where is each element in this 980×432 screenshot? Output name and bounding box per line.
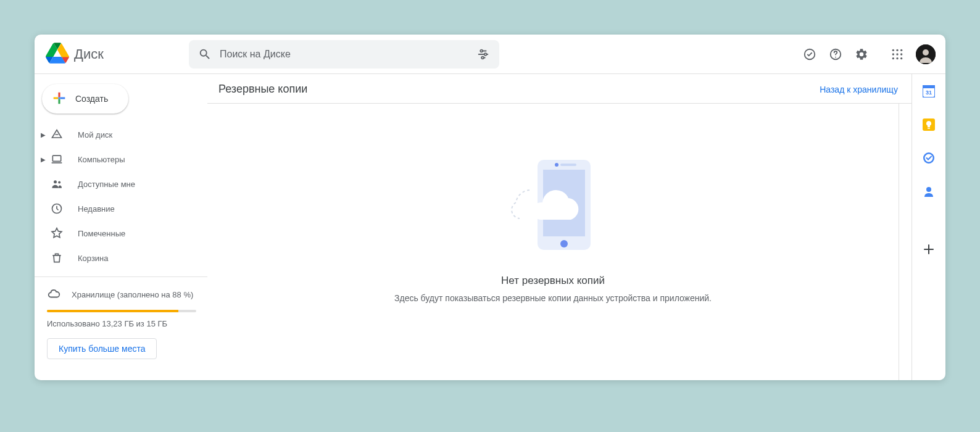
svg-point-26 — [560, 240, 568, 247]
contacts-app-icon[interactable] — [923, 185, 935, 197]
buy-storage-button[interactable]: Купить больше места — [47, 338, 157, 359]
svg-point-16 — [923, 49, 929, 56]
chevron-right-icon: ▶ — [39, 156, 47, 163]
svg-point-12 — [892, 57, 894, 59]
sidebar: Создать ▶ Мой диск ▶ Компьютеры — [35, 74, 207, 380]
logo-area[interactable]: Диск — [42, 43, 189, 66]
svg-point-1 — [484, 53, 487, 56]
empty-state-subtext: Здесь будут показываться резервные копии… — [394, 293, 712, 303]
create-button[interactable]: Создать — [42, 84, 128, 114]
sidebar-item-label: Мой диск — [78, 130, 112, 139]
add-app-button[interactable] — [923, 243, 935, 255]
sidebar-item-starred[interactable]: Помеченные — [35, 221, 207, 246]
divider — [35, 276, 207, 277]
svg-point-10 — [896, 53, 898, 55]
sidebar-item-label: Помеченные — [78, 229, 125, 238]
cloud-icon — [47, 287, 60, 302]
create-button-label: Создать — [75, 94, 108, 104]
sidebar-item-recent[interactable]: Недавние — [35, 196, 207, 221]
search-bar[interactable] — [189, 40, 499, 69]
search-input[interactable] — [220, 49, 468, 60]
star-icon — [49, 226, 64, 241]
svg-rect-28 — [923, 85, 935, 88]
svg-point-19 — [54, 180, 57, 183]
calendar-app-icon[interactable]: 31 — [923, 85, 935, 98]
svg-point-14 — [900, 57, 902, 59]
search-options-icon[interactable] — [476, 47, 491, 62]
app-window: Диск — [35, 35, 945, 380]
keep-app-icon[interactable] — [923, 118, 935, 131]
svg-point-7 — [896, 49, 898, 51]
svg-point-20 — [58, 181, 60, 184]
product-name: Диск — [74, 46, 104, 62]
laptop-icon — [49, 152, 64, 167]
main-header: Резервные копии Назад к хранилищу — [207, 74, 911, 104]
empty-state-heading: Нет резервных копий — [501, 275, 605, 287]
chevron-right-icon: ▶ — [39, 131, 47, 138]
page-title: Резервные копии — [218, 83, 307, 96]
buy-storage-label: Купить больше места — [59, 344, 145, 354]
help-icon[interactable] — [828, 47, 843, 62]
sidebar-item-label: Доступные мне — [78, 180, 135, 189]
svg-point-34 — [926, 187, 931, 192]
back-to-storage-link[interactable]: Назад к хранилищу — [820, 85, 898, 94]
sidebar-item-trash[interactable]: Корзина — [35, 246, 207, 270]
search-icon[interactable] — [197, 47, 212, 62]
storage-label: Хранилище (заполнено на 88 %) — [72, 290, 193, 299]
account-avatar[interactable] — [916, 44, 936, 64]
svg-rect-31 — [928, 128, 930, 129]
storage-progress — [47, 310, 196, 312]
header-actions — [792, 44, 936, 64]
svg-point-24 — [555, 163, 559, 167]
svg-rect-17 — [58, 97, 60, 99]
sidebar-item-shared[interactable]: Доступные мне — [35, 172, 207, 196]
side-panel: 31 — [912, 74, 945, 380]
main-content: Резервные копии Назад к хранилищу Нет р — [207, 74, 912, 380]
svg-point-0 — [480, 49, 483, 52]
clock-icon — [49, 201, 64, 216]
svg-point-13 — [896, 57, 898, 59]
svg-point-5 — [835, 56, 836, 57]
my-drive-icon — [49, 127, 64, 142]
plus-icon — [51, 89, 68, 109]
main-body: Нет резервных копий Здесь будут показыва… — [207, 104, 899, 380]
apps-grid-icon[interactable] — [890, 47, 905, 62]
sidebar-item-computers[interactable]: ▶ Компьютеры — [35, 147, 207, 172]
trash-icon — [49, 251, 64, 265]
svg-point-6 — [892, 49, 894, 51]
svg-point-11 — [900, 53, 902, 55]
shared-icon — [49, 177, 64, 191]
sidebar-item-label: Недавние — [78, 204, 115, 214]
settings-gear-icon[interactable] — [854, 47, 869, 62]
svg-text:31: 31 — [926, 89, 932, 96]
svg-rect-25 — [560, 164, 576, 166]
sidebar-item-label: Корзина — [78, 254, 109, 263]
storage-section: Хранилище (заполнено на 88 %) Использова… — [35, 283, 207, 359]
empty-state-illustration — [510, 156, 596, 257]
sidebar-item-label: Компьютеры — [78, 155, 125, 164]
storage-progress-fill — [47, 310, 178, 312]
header: Диск — [35, 35, 945, 74]
svg-point-33 — [925, 154, 933, 162]
body: Создать ▶ Мой диск ▶ Компьютеры — [35, 74, 945, 380]
storage-link[interactable]: Хранилище (заполнено на 88 %) — [47, 283, 196, 310]
offline-ready-icon[interactable] — [802, 47, 817, 62]
tasks-app-icon[interactable] — [923, 152, 935, 164]
svg-point-8 — [900, 49, 902, 51]
drive-logo-icon — [46, 43, 69, 66]
storage-usage-text: Использовано 13,23 ГБ из 15 ГБ — [47, 318, 196, 330]
svg-point-9 — [892, 53, 894, 55]
svg-rect-18 — [52, 156, 60, 161]
svg-point-2 — [481, 56, 484, 59]
sidebar-item-my-drive[interactable]: ▶ Мой диск — [35, 122, 207, 147]
